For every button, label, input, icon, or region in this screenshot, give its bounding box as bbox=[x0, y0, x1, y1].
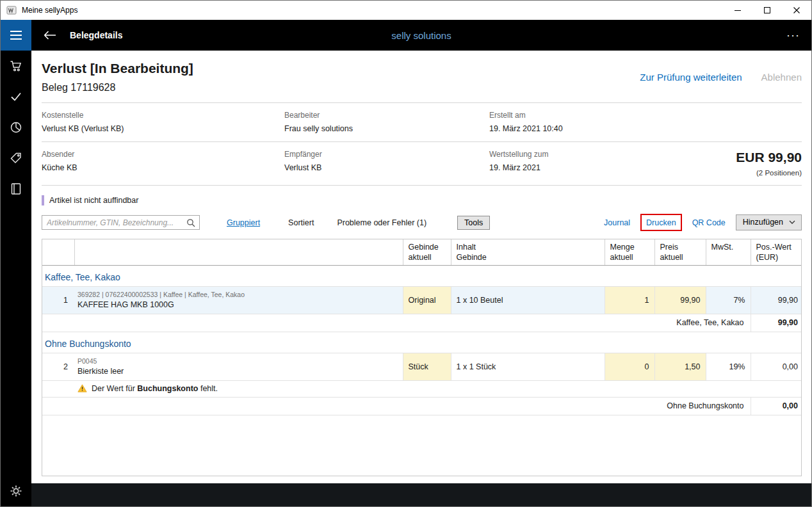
search-icon bbox=[186, 218, 195, 227]
journal-book-icon[interactable] bbox=[1, 173, 31, 204]
group-footer-value: 0,00 bbox=[751, 397, 802, 415]
document-header: Verlust [In Bearbeitung] Beleg 17119628 … bbox=[42, 61, 802, 103]
notice-banner: Artikel ist nicht auffindbar bbox=[42, 195, 802, 205]
col-header-mwst: MwSt. bbox=[706, 239, 751, 265]
field-value: Frau selly solutions bbox=[284, 124, 489, 133]
gebinde-cell[interactable]: Original bbox=[403, 286, 451, 314]
app-icon bbox=[6, 5, 17, 15]
page-title: Belegdetails bbox=[70, 30, 122, 40]
search-input[interactable] bbox=[47, 218, 186, 227]
check-tasks-icon[interactable] bbox=[1, 81, 31, 112]
group-header: Kaffee, Tee, Kakao bbox=[42, 265, 802, 286]
group-header: Ohne Buchungskonto bbox=[42, 332, 802, 353]
field-label: Absender bbox=[42, 150, 284, 159]
group-footer-label: Ohne Buchungskonto bbox=[42, 397, 751, 415]
field-label: Bearbeiter bbox=[284, 111, 489, 120]
field-value: Küche KB bbox=[42, 163, 284, 172]
tools-button[interactable]: Tools bbox=[457, 216, 490, 230]
article-title: KAFFEE HAG MKB 1000G bbox=[77, 300, 398, 309]
details-row-1: Kostenstelle Verlust KB (Verlust KB) Bea… bbox=[42, 103, 802, 142]
toolbar-right: Journal Drucken QR Code Hinzufügen bbox=[604, 214, 802, 231]
app-window: Meine sellyApps bbox=[0, 0, 812, 507]
field-erstellt-am: Erstellt am 19. März 2021 10:40 bbox=[489, 111, 649, 133]
details-row-2: Absender Küche KB Empfänger Verlust KB W… bbox=[42, 142, 802, 186]
wert-cell: 0,00 bbox=[751, 353, 802, 380]
qr-code-link[interactable]: QR Code bbox=[692, 218, 726, 227]
reject-link[interactable]: Ablehnen bbox=[761, 72, 802, 83]
article-cell[interactable]: P0045 Bierkiste leer bbox=[74, 353, 403, 380]
positions-table: Gebinde aktuell Inhalt Gebinde Menge akt… bbox=[42, 239, 802, 476]
field-empfaenger: Empfänger Verlust KB bbox=[284, 150, 489, 177]
field-absender: Absender Küche KB bbox=[42, 150, 284, 177]
inhalt-cell: 1 x 1 Stück bbox=[451, 353, 605, 380]
menge-cell[interactable]: 1 bbox=[605, 286, 654, 314]
validation-warning-row: Der Wert für Buchungskonto fehlt. bbox=[42, 380, 802, 397]
article-title: Bierkiste leer bbox=[77, 367, 398, 376]
cart-icon[interactable] bbox=[1, 51, 31, 81]
field-value: Verlust KB bbox=[284, 163, 489, 172]
gebinde-cell[interactable]: Stück bbox=[403, 353, 451, 380]
group-footer: Ohne Buchungskonto 0,00 bbox=[42, 397, 802, 415]
minimize-button[interactable] bbox=[723, 1, 752, 20]
group-title: Ohne Buchungskonto bbox=[42, 332, 802, 353]
window-title: Meine sellyApps bbox=[22, 6, 77, 15]
print-link[interactable]: Drucken bbox=[646, 218, 676, 227]
navbar: Belegdetails selly solutions ··· bbox=[31, 20, 811, 51]
preis-cell[interactable]: 1,50 bbox=[654, 353, 706, 380]
field-label: Kostenstelle bbox=[42, 111, 284, 120]
pie-chart-icon[interactable] bbox=[1, 112, 31, 143]
menge-cell[interactable]: 0 bbox=[605, 353, 654, 380]
main-column: Belegdetails selly solutions ··· Verlust… bbox=[31, 20, 811, 506]
col-header-menge: Menge aktuell bbox=[605, 239, 654, 265]
hamburger-menu-button[interactable] bbox=[1, 20, 31, 51]
row-number: 2 bbox=[42, 353, 74, 380]
preis-cell[interactable]: 99,90 bbox=[654, 286, 706, 314]
col-header-inhalt: Inhalt Gebinde bbox=[451, 239, 605, 265]
table-row[interactable]: 1 369282 | 07622400002533 | Kaffee | Kaf… bbox=[42, 286, 802, 314]
content-area: Verlust [In Bearbeitung] Beleg 17119628 … bbox=[31, 51, 811, 483]
article-cell[interactable]: 369282 | 07622400002533 | Kaffee | Kaffe… bbox=[74, 286, 403, 314]
mwst-cell: 19% bbox=[706, 353, 751, 380]
notice-text: Artikel ist nicht auffindbar bbox=[49, 196, 138, 205]
problems-filter[interactable]: Probleme oder Fehler (1) bbox=[337, 218, 426, 227]
app-frame: Belegdetails selly solutions ··· Verlust… bbox=[1, 20, 811, 506]
more-options-icon[interactable]: ··· bbox=[786, 32, 800, 38]
field-label: Erstellt am bbox=[489, 111, 649, 120]
price-tag-icon[interactable] bbox=[1, 143, 31, 173]
total-positions: (2 Positionen) bbox=[649, 169, 802, 177]
field-label: Wertstellung zum bbox=[489, 150, 649, 159]
document-number: Beleg 17119628 bbox=[42, 82, 193, 93]
group-footer-label: Kaffee, Tee, Kakao bbox=[42, 314, 751, 332]
col-header-preis: Preis aktuell bbox=[654, 239, 706, 265]
group-title: Kaffee, Tee, Kakao bbox=[42, 265, 802, 286]
warning-icon bbox=[77, 384, 87, 392]
inhalt-cell: 1 x 10 Beutel bbox=[451, 286, 605, 314]
window-controls bbox=[723, 1, 811, 20]
mwst-cell: 7% bbox=[706, 286, 751, 314]
document-title-block: Verlust [In Bearbeitung] Beleg 17119628 bbox=[42, 61, 193, 93]
forward-for-review-link[interactable]: Zur Prüfung weiterleiten bbox=[640, 72, 742, 83]
total-amount: EUR 99,90 bbox=[649, 150, 802, 165]
bottom-strip bbox=[31, 483, 811, 506]
table-header-row: Gebinde aktuell Inhalt Gebinde Menge akt… bbox=[42, 239, 802, 265]
add-button-label: Hinzufügen bbox=[743, 218, 783, 227]
group-footer-value: 99,90 bbox=[751, 314, 802, 332]
close-button[interactable] bbox=[782, 1, 811, 20]
sorted-toggle[interactable]: Sortiert bbox=[288, 218, 314, 227]
field-value: 19. März 2021 10:40 bbox=[489, 124, 649, 133]
row-number: 1 bbox=[42, 286, 74, 314]
titlebar-left: Meine sellyApps bbox=[1, 5, 723, 15]
field-wertstellung: Wertstellung zum 19. März 2021 bbox=[489, 150, 649, 177]
add-button[interactable]: Hinzufügen bbox=[736, 214, 802, 230]
maximize-button[interactable] bbox=[752, 1, 782, 20]
search-box[interactable] bbox=[42, 215, 200, 230]
settings-gear-icon[interactable] bbox=[1, 476, 31, 506]
app-name-center: selly solutions bbox=[31, 30, 811, 41]
table-row[interactable]: 2 P0045 Bierkiste leer Stück 1 x 1 Stück… bbox=[42, 353, 802, 380]
group-footer: Kaffee, Tee, Kakao 99,90 bbox=[42, 314, 802, 332]
document-total: EUR 99,90 (2 Positionen) bbox=[649, 150, 802, 177]
grouped-toggle[interactable]: Gruppiert bbox=[227, 218, 260, 227]
col-header-number bbox=[42, 239, 74, 265]
journal-link[interactable]: Journal bbox=[604, 218, 630, 227]
field-value: 19. März 2021 bbox=[489, 163, 649, 172]
